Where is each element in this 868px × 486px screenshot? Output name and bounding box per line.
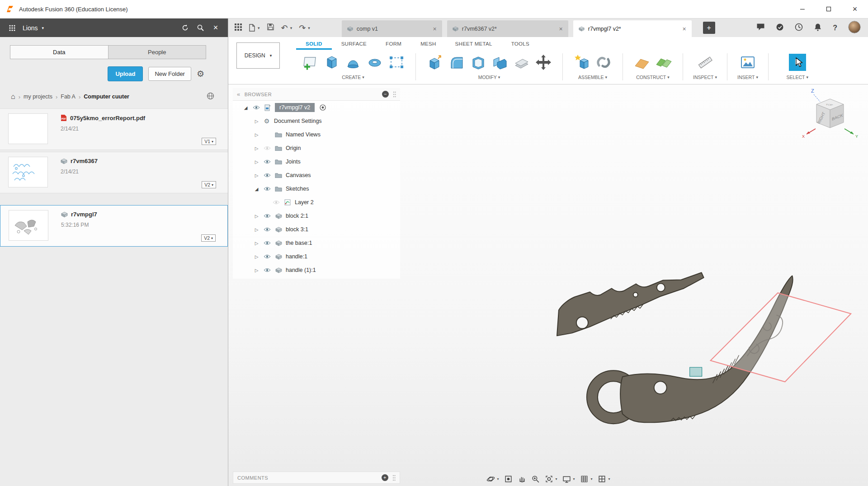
- recent-clock-icon[interactable]: [795, 23, 803, 33]
- selection-handle-box[interactable]: [690, 367, 702, 376]
- drag-grip-icon[interactable]: [392, 475, 396, 481]
- shell-icon[interactable]: [469, 53, 487, 71]
- minimize-button[interactable]: [789, 0, 816, 18]
- visibility-eye-icon[interactable]: [263, 254, 271, 259]
- assemble-menu[interactable]: ASSEMBLE▾: [578, 75, 607, 80]
- revolve-icon[interactable]: [344, 53, 362, 71]
- panel-toggle-icon[interactable]: −: [382, 91, 389, 98]
- avatar[interactable]: [848, 21, 861, 35]
- grid-settings-button[interactable]: ▾: [580, 475, 593, 483]
- new-component-icon[interactable]: [573, 53, 591, 71]
- browser-row-handle-1[interactable]: ▷ handle (1):1: [233, 263, 400, 277]
- fit-button[interactable]: ▾: [544, 475, 557, 483]
- collapse-panel-icon[interactable]: «: [237, 91, 241, 98]
- tab-people[interactable]: People: [108, 46, 206, 59]
- doc-tab-r7vm6367[interactable]: r7vm6367 v2* ×: [447, 20, 568, 37]
- show-data-panel-icon[interactable]: [235, 23, 242, 33]
- modify-menu[interactable]: MODIFY▾: [478, 75, 500, 80]
- expand-arrow-icon[interactable]: ▷: [254, 173, 259, 178]
- construct-menu[interactable]: CONSTRUCT▾: [636, 75, 669, 80]
- version-dropdown[interactable]: V1▾: [202, 138, 216, 145]
- comments-toggle-icon[interactable]: +: [382, 474, 388, 481]
- ribbon-tab-surface[interactable]: SURFACE: [332, 41, 376, 50]
- expand-arrow-icon[interactable]: ▷: [254, 214, 259, 219]
- visibility-eye-icon[interactable]: [263, 241, 271, 245]
- home-icon[interactable]: ⌂: [11, 93, 15, 101]
- visibility-eye-icon[interactable]: [263, 227, 271, 232]
- activate-radio-icon[interactable]: [320, 104, 326, 111]
- inspect-menu[interactable]: INSPECT▾: [693, 75, 717, 80]
- display-settings-button[interactable]: ▾: [562, 475, 575, 483]
- browser-row-sketches[interactable]: ◢ Sketches: [233, 182, 400, 196]
- ribbon-tab-solid[interactable]: SOLID: [296, 41, 332, 50]
- pan-button[interactable]: [517, 475, 526, 483]
- expand-arrow-icon[interactable]: ◢: [243, 105, 249, 110]
- viewports-button[interactable]: ▾: [598, 475, 610, 483]
- expand-arrow-icon[interactable]: ▷: [254, 241, 259, 246]
- close-tab-icon[interactable]: ×: [559, 25, 563, 33]
- expand-arrow-icon[interactable]: ▷: [254, 132, 259, 137]
- expand-arrow-icon[interactable]: ▷: [254, 254, 259, 259]
- insert-icon[interactable]: [739, 53, 757, 71]
- press-pull-icon[interactable]: [426, 53, 444, 71]
- undo-button[interactable]: ↶ ▾: [281, 23, 292, 33]
- version-dropdown[interactable]: V2▾: [201, 234, 216, 242]
- visibility-eye-icon[interactable]: [263, 268, 271, 272]
- tab-data[interactable]: Data: [10, 46, 108, 59]
- fillet-icon[interactable]: [448, 53, 466, 71]
- ribbon-tab-form[interactable]: FORM: [376, 41, 411, 50]
- browser-row-named-views[interactable]: ▷ Named Views: [233, 128, 400, 141]
- visibility-eye-icon[interactable]: [263, 214, 271, 218]
- construct-axis-icon[interactable]: [655, 53, 673, 71]
- insert-menu[interactable]: INSERT▾: [737, 75, 758, 80]
- expand-arrow-icon[interactable]: ◢: [254, 187, 259, 192]
- browser-row-canvases[interactable]: ▷ Canvases: [233, 168, 400, 182]
- ribbon-tab-tools[interactable]: TOOLS: [502, 41, 539, 50]
- visibility-eye-icon[interactable]: [263, 173, 271, 178]
- file-row-r7vmpgl7[interactable]: r7vmpgl7 5:32:16 PM V2▾: [0, 205, 228, 247]
- expand-arrow-icon[interactable]: ▷: [254, 119, 259, 124]
- viewport[interactable]: « BROWSER − ◢ r7vmpgl7 v2: [228, 84, 868, 486]
- help-icon[interactable]: ?: [833, 24, 837, 32]
- orbit-button[interactable]: ▾: [486, 475, 499, 483]
- file-row-r7vm6367[interactable]: r7vm6367 2/14/21 V2▾: [0, 152, 228, 193]
- doc-tab-comp-v1[interactable]: comp v1 ×: [342, 20, 442, 37]
- expand-arrow-icon[interactable]: ▷: [254, 227, 259, 232]
- ribbon-tab-sheet-metal[interactable]: SHEET METAL: [446, 41, 502, 50]
- team-switcher[interactable]: Lions ▾: [23, 24, 44, 32]
- globe-icon[interactable]: [207, 92, 214, 101]
- doc-tab-r7vmpgl7[interactable]: r7vmpgl7 v2* ×: [573, 20, 692, 37]
- offset-face-icon[interactable]: [513, 53, 531, 71]
- select-menu[interactable]: SELECT▾: [787, 75, 808, 80]
- browser-row-block-3[interactable]: ▷ block 3:1: [233, 223, 400, 236]
- extrude-icon[interactable]: [322, 53, 340, 71]
- refresh-icon[interactable]: [180, 23, 190, 33]
- ribbon-tab-mesh[interactable]: MESH: [411, 41, 445, 50]
- upload-button[interactable]: Upload: [108, 66, 143, 81]
- browser-row-origin[interactable]: ▷ Origin: [233, 141, 400, 155]
- visibility-eye-icon[interactable]: [263, 159, 271, 164]
- browser-row-block-2[interactable]: ▷ block 2:1: [233, 209, 400, 223]
- workspace-switcher[interactable]: DESIGN ▾: [236, 42, 280, 69]
- redo-button[interactable]: ↷ ▾: [299, 23, 310, 33]
- visibility-eye-icon[interactable]: [252, 105, 260, 110]
- notifications-bell-icon[interactable]: [814, 23, 822, 33]
- create-sketch-icon[interactable]: [301, 53, 319, 71]
- breadcrumb-fab-a[interactable]: Fab A: [61, 93, 75, 100]
- feedback-bubble-icon[interactable]: [756, 23, 765, 33]
- browser-row-root[interactable]: ◢ r7vmpgl7 v2: [233, 101, 400, 114]
- comments-bar[interactable]: COMMENTS +: [233, 472, 400, 484]
- expand-arrow-icon[interactable]: ▷: [254, 146, 259, 151]
- new-folder-button[interactable]: New Folder: [148, 67, 191, 81]
- save-button[interactable]: [267, 23, 274, 33]
- settings-gear-icon[interactable]: ⚙: [197, 69, 204, 79]
- pattern-icon[interactable]: [387, 53, 406, 71]
- construct-plane-icon[interactable]: [633, 53, 651, 71]
- visibility-eye-icon[interactable]: [263, 146, 271, 150]
- view-cube[interactable]: Z TOP RIGHT BACK X Y: [797, 84, 861, 148]
- browser-row-layer-2[interactable]: Layer 2: [233, 196, 400, 209]
- root-label[interactable]: r7vmpgl7 v2: [275, 103, 315, 112]
- breadcrumb-my-projects[interactable]: my projects: [24, 93, 52, 100]
- move-icon[interactable]: [534, 53, 552, 71]
- drag-grip-icon[interactable]: [393, 91, 396, 98]
